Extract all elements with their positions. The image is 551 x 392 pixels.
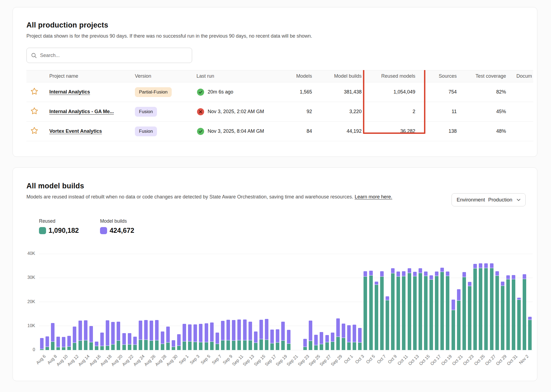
bar-aug-9[interactable] (56, 254, 60, 350)
learn-more-link[interactable]: Learn more here. (355, 194, 392, 200)
bar-sep-25[interactable] (314, 254, 318, 350)
bar-aug-28[interactable] (161, 254, 164, 350)
bar-sep-15[interactable] (259, 254, 263, 350)
bar-oct-4[interactable] (364, 254, 367, 350)
bar-oct-31[interactable] (512, 254, 515, 350)
project-link[interactable]: Internal Analytics (49, 89, 90, 95)
version-badge: Partial-Fusion (135, 87, 172, 97)
search-input[interactable] (40, 53, 187, 58)
bar-oct-17[interactable] (435, 254, 438, 350)
bar-oct-9[interactable] (391, 254, 395, 350)
bar-sep-27[interactable] (325, 254, 329, 350)
bar-sep-2[interactable] (188, 254, 192, 350)
bar-oct-30[interactable] (506, 254, 510, 350)
bar-aug-27[interactable] (155, 254, 159, 350)
bar-sep-7[interactable] (216, 254, 219, 350)
bar-aug-18[interactable] (106, 254, 109, 350)
bar-oct-5[interactable] (369, 254, 373, 350)
bar-sep-16[interactable] (265, 254, 268, 350)
bar-oct-25[interactable] (479, 254, 482, 350)
bar-aug-30[interactable] (172, 254, 175, 350)
bar-sep-5[interactable] (205, 254, 208, 350)
bar-oct-22[interactable] (462, 254, 466, 350)
bar-sep-6[interactable] (210, 254, 214, 350)
bar-aug-23[interactable] (133, 254, 137, 350)
bar-nov-1[interactable] (517, 254, 521, 350)
bar-sep-24[interactable] (309, 254, 312, 350)
bar-sep-8[interactable] (221, 254, 225, 350)
bar-sep-26[interactable] (320, 254, 323, 350)
bar-sep-23[interactable] (303, 254, 307, 350)
bar-oct-23[interactable] (468, 254, 471, 350)
bar-oct-19[interactable] (446, 254, 449, 350)
bar-oct-21[interactable] (457, 254, 461, 350)
bar-aug-10[interactable] (62, 254, 65, 350)
bar-oct-7[interactable] (380, 254, 384, 350)
favorite-star-icon[interactable] (30, 126, 38, 135)
bar-sep-14[interactable] (254, 254, 258, 350)
bar-oct-16[interactable] (429, 254, 433, 350)
bar-oct-13[interactable] (413, 254, 417, 350)
bar-aug-14[interactable] (84, 254, 87, 350)
bar-sep-19[interactable] (281, 254, 285, 350)
bar-oct-29[interactable] (501, 254, 504, 350)
bar-sep-1[interactable] (183, 254, 186, 350)
bar-sep-4[interactable] (199, 254, 202, 350)
bar-oct-14[interactable] (419, 254, 422, 350)
bar-aug-19[interactable] (111, 254, 115, 350)
bar-aug-8[interactable] (51, 254, 55, 350)
bar-oct-3[interactable] (358, 254, 362, 350)
bar-aug-22[interactable] (128, 254, 131, 350)
project-link[interactable]: Vortex Event Analytics (49, 128, 102, 134)
project-link[interactable]: Internal Analytics - GA Me... (49, 109, 114, 114)
bar-oct-1[interactable] (347, 254, 351, 350)
bar-oct-18[interactable] (440, 254, 444, 350)
bar-aug-16[interactable] (95, 254, 98, 350)
bar-oct-6[interactable] (375, 254, 378, 350)
bar-aug-7[interactable] (46, 254, 49, 350)
bar-oct-27[interactable] (490, 254, 494, 350)
bar-sep-9[interactable] (226, 254, 230, 350)
bar-aug-13[interactable] (78, 254, 82, 350)
bar-nov-3[interactable] (528, 254, 532, 350)
favorite-star-icon[interactable] (30, 107, 38, 115)
bar-aug-21[interactable] (122, 254, 126, 350)
bar-sep-30[interactable] (342, 254, 345, 350)
error-icon (196, 108, 205, 116)
bar-oct-15[interactable] (424, 254, 428, 350)
bar-aug-17[interactable] (100, 254, 104, 350)
bar-aug-11[interactable] (67, 254, 71, 350)
bar-oct-20[interactable] (452, 254, 455, 350)
bar-oct-8[interactable] (386, 254, 389, 350)
bar-aug-31[interactable] (177, 254, 181, 350)
bar-oct-12[interactable] (408, 254, 411, 350)
bar-sep-11[interactable] (237, 254, 241, 350)
bar-aug-15[interactable] (89, 254, 93, 350)
favorite-star-icon[interactable] (30, 87, 38, 95)
bar-aug-24[interactable] (139, 254, 142, 350)
bar-aug-25[interactable] (144, 254, 148, 350)
bar-oct-24[interactable] (473, 254, 477, 350)
bar-sep-3[interactable] (193, 254, 197, 350)
bar-aug-20[interactable] (117, 254, 120, 350)
bar-nov-2[interactable] (523, 254, 526, 350)
reused-segment (73, 343, 76, 350)
environment-select[interactable]: Environment Production (452, 193, 526, 206)
bar-aug-26[interactable] (150, 254, 153, 350)
bar-sep-13[interactable] (249, 254, 252, 350)
bar-oct-11[interactable] (402, 254, 405, 350)
bar-aug-29[interactable] (166, 254, 170, 350)
bar-sep-29[interactable] (336, 254, 340, 350)
bar-oct-26[interactable] (484, 254, 488, 350)
bar-sep-20[interactable] (287, 254, 290, 350)
bar-sep-17[interactable] (270, 254, 274, 350)
bar-oct-10[interactable] (396, 254, 400, 350)
bar-sep-28[interactable] (331, 254, 334, 350)
bar-sep-12[interactable] (243, 254, 247, 350)
bar-aug-6[interactable] (40, 254, 44, 350)
bar-sep-10[interactable] (232, 254, 235, 350)
bar-aug-12[interactable] (73, 254, 76, 350)
bar-oct-28[interactable] (495, 254, 499, 350)
bar-sep-18[interactable] (276, 254, 279, 350)
bar-oct-2[interactable] (353, 254, 356, 350)
